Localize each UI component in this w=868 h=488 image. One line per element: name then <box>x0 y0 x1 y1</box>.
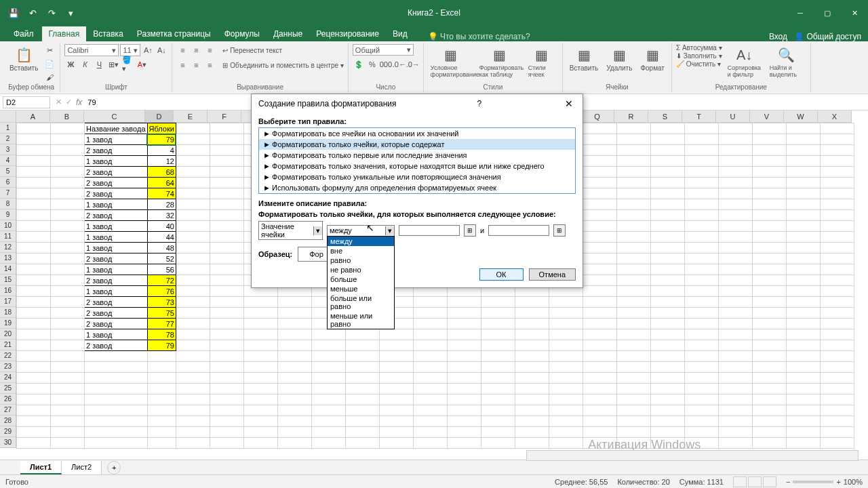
cell[interactable] <box>684 329 718 340</box>
cell[interactable] <box>17 340 51 351</box>
cell[interactable] <box>650 394 684 405</box>
cell[interactable] <box>684 297 718 308</box>
cell[interactable] <box>85 384 148 394</box>
cell[interactable] <box>752 264 786 275</box>
cell[interactable] <box>176 178 210 188</box>
cell[interactable] <box>650 199 684 210</box>
cell[interactable] <box>51 297 85 308</box>
page-layout-view-button[interactable] <box>748 476 762 487</box>
cell[interactable] <box>481 438 515 449</box>
cell[interactable] <box>718 243 752 253</box>
cell[interactable] <box>379 427 413 438</box>
ribbon-tab[interactable]: Формулы <box>218 26 267 41</box>
column-header[interactable]: W <box>784 110 818 123</box>
cell[interactable] <box>549 394 583 405</box>
column-header[interactable]: F <box>208 110 241 123</box>
cell[interactable] <box>17 438 51 449</box>
cell[interactable] <box>17 427 51 438</box>
cell[interactable] <box>684 394 718 405</box>
horizontal-scrollbar[interactable] <box>526 450 859 461</box>
sheet-tab[interactable]: Лист2 <box>62 461 102 474</box>
cell[interactable] <box>718 232 752 243</box>
close-button[interactable]: ✕ <box>841 3 868 22</box>
cell[interactable] <box>379 438 413 449</box>
rule-type-item[interactable]: ► Форматировать только уникальные или по… <box>259 171 575 182</box>
row-header[interactable]: 17 <box>0 296 16 307</box>
cell[interactable] <box>17 286 51 297</box>
cell[interactable] <box>210 167 243 178</box>
cell[interactable] <box>176 221 210 232</box>
cell[interactable] <box>379 351 413 362</box>
cell[interactable] <box>616 416 650 427</box>
cell[interactable] <box>379 362 413 373</box>
cell[interactable] <box>277 394 311 405</box>
cell[interactable] <box>51 416 85 427</box>
column-header[interactable]: R <box>614 110 648 123</box>
cell[interactable] <box>210 264 243 275</box>
cell[interactable] <box>583 145 616 156</box>
cell[interactable] <box>786 264 820 275</box>
row-header[interactable]: 14 <box>0 264 16 274</box>
cell[interactable] <box>583 156 616 167</box>
cell[interactable] <box>515 416 549 427</box>
cell[interactable] <box>583 329 616 340</box>
cell[interactable] <box>684 199 718 210</box>
cell[interactable] <box>17 384 51 394</box>
align-bot-icon[interactable]: ≡ <box>203 44 216 56</box>
cell[interactable] <box>85 351 148 362</box>
cell[interactable] <box>481 297 515 308</box>
cell[interactable] <box>786 232 820 243</box>
cell[interactable] <box>17 297 51 308</box>
cell[interactable] <box>650 243 684 253</box>
cell[interactable] <box>820 232 854 243</box>
cell[interactable] <box>718 405 752 416</box>
cell[interactable] <box>650 221 684 232</box>
cell[interactable] <box>481 329 515 340</box>
cell[interactable] <box>616 167 650 178</box>
cell[interactable] <box>210 427 243 438</box>
cell[interactable] <box>820 145 854 156</box>
cell[interactable] <box>650 156 684 167</box>
cell[interactable] <box>684 275 718 286</box>
ribbon-tab[interactable]: Рецензирование <box>309 26 386 41</box>
cell[interactable] <box>176 329 210 340</box>
cell[interactable] <box>210 405 243 416</box>
cell[interactable] <box>277 329 311 340</box>
cell[interactable] <box>786 362 820 373</box>
cell[interactable] <box>176 438 210 449</box>
cell[interactable] <box>147 373 176 384</box>
row-header[interactable]: 25 <box>0 383 16 394</box>
cell[interactable] <box>583 297 616 308</box>
ok-button[interactable]: ОК <box>479 268 524 281</box>
cell[interactable] <box>820 210 854 221</box>
cell[interactable] <box>210 123 243 134</box>
cell[interactable]: 75 <box>147 308 176 319</box>
cell[interactable] <box>820 384 854 394</box>
normal-view-button[interactable] <box>733 476 747 487</box>
cell[interactable] <box>718 178 752 188</box>
cell[interactable] <box>176 243 210 253</box>
cell-styles-button[interactable]: ▦Стили ячеек <box>526 44 558 79</box>
cell[interactable]: 72 <box>147 275 176 286</box>
cell[interactable] <box>820 221 854 232</box>
cell[interactable] <box>515 427 549 438</box>
cell[interactable] <box>345 373 379 384</box>
cell[interactable] <box>51 199 85 210</box>
cell[interactable] <box>277 438 311 449</box>
wrap-text-button[interactable]: ↩ Перенести текст <box>222 47 282 54</box>
cell[interactable] <box>210 373 243 384</box>
cell[interactable] <box>176 362 210 373</box>
cell[interactable] <box>650 134 684 145</box>
cell[interactable] <box>51 394 85 405</box>
cell[interactable] <box>176 308 210 319</box>
cell[interactable] <box>616 178 650 188</box>
cell[interactable] <box>379 373 413 384</box>
cell[interactable] <box>345 405 379 416</box>
cell[interactable] <box>820 156 854 167</box>
cell[interactable] <box>718 134 752 145</box>
cell[interactable] <box>616 394 650 405</box>
sheet-tab[interactable]: Лист1 <box>20 461 62 474</box>
cell[interactable] <box>176 297 210 308</box>
cell[interactable] <box>616 427 650 438</box>
cell[interactable] <box>51 427 85 438</box>
